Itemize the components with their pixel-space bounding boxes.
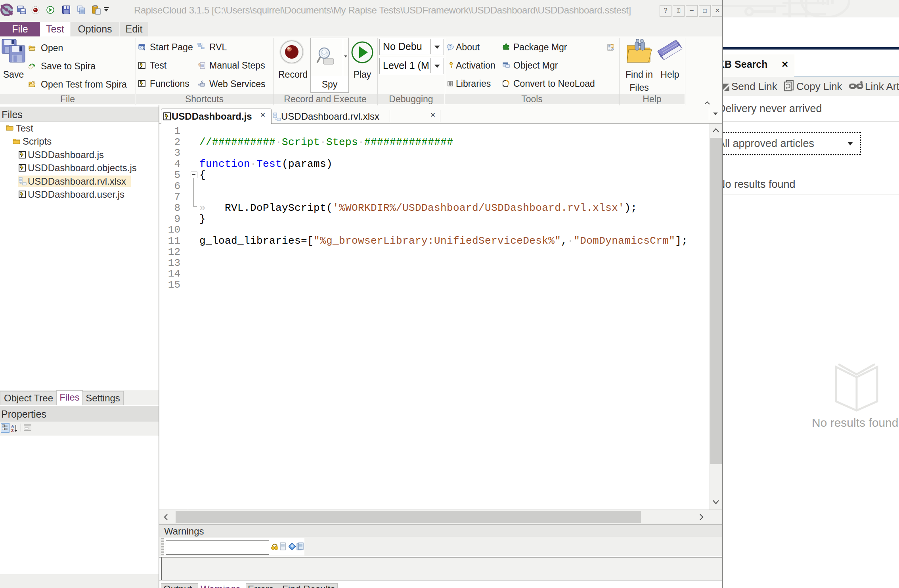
svg-text:A: A: [11, 424, 14, 428]
svg-text:?: ?: [449, 45, 451, 49]
svg-text:Z: Z: [11, 428, 14, 433]
